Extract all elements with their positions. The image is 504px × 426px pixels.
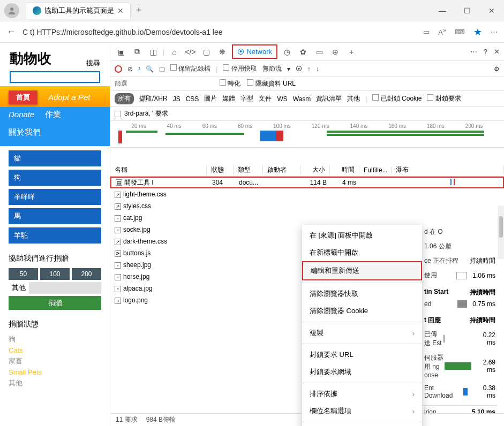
animal-cat[interactable]: 貓 bbox=[9, 150, 101, 166]
nav-adopt[interactable]: Adopt a Pet bbox=[48, 90, 90, 104]
maximize-button[interactable]: ☐ bbox=[455, 0, 479, 21]
close-window-button[interactable]: ✕ bbox=[479, 0, 504, 21]
table-row[interactable]: ▫cat.jpg bbox=[110, 212, 504, 224]
ctx-sort[interactable]: 排序依據› bbox=[302, 385, 422, 402]
filter-img[interactable]: 圖片 bbox=[204, 94, 217, 103]
inspect-icon[interactable]: ▣ bbox=[115, 45, 127, 58]
nav-home[interactable]: 首頁 bbox=[9, 90, 37, 104]
filter-doc[interactable]: 文件 bbox=[259, 94, 272, 103]
network-tab[interactable]: ⦿ Network bbox=[232, 44, 277, 59]
filter-icon[interactable]: ⫱ bbox=[138, 65, 140, 73]
scrollbar[interactable] bbox=[498, 206, 504, 259]
filter-all[interactable]: 所有 bbox=[115, 93, 134, 104]
table-row[interactable]: ↗light-theme.css bbox=[110, 188, 504, 200]
filter-wasm[interactable]: Wasm bbox=[293, 95, 311, 103]
filter-other[interactable]: 其他 bbox=[347, 94, 360, 103]
new-tab-button[interactable]: + bbox=[131, 2, 147, 19]
blocked-cookies-checkbox[interactable] bbox=[372, 94, 379, 101]
ctx-block-domain[interactable]: 封鎖要求網域 bbox=[302, 363, 422, 381]
col-initiator[interactable]: 啟動者 bbox=[263, 165, 300, 174]
col-type[interactable]: 類型 bbox=[234, 165, 263, 174]
nav-about[interactable]: 關於我們 bbox=[9, 125, 101, 140]
profile-avatar[interactable] bbox=[4, 3, 19, 18]
col-size[interactable]: 大小 bbox=[300, 165, 330, 174]
filter-font[interactable]: 字型 bbox=[240, 94, 253, 103]
animal-alpaca[interactable]: 羊駝 bbox=[9, 227, 101, 244]
table-row[interactable]: ↗styles.css bbox=[110, 200, 504, 212]
record-button[interactable] bbox=[115, 65, 122, 73]
settings-icon[interactable]: ⚙ bbox=[494, 65, 500, 73]
col-time[interactable]: 時間 bbox=[330, 165, 359, 174]
favorite-icon[interactable]: ★ bbox=[473, 26, 482, 38]
console-icon[interactable]: ▢ bbox=[200, 45, 213, 58]
animal-horse[interactable]: 馬 bbox=[9, 208, 101, 224]
sources-icon[interactable]: ❋ bbox=[216, 45, 229, 58]
col-fulfilled[interactable]: Fulfille... bbox=[359, 166, 392, 174]
more-tabs-icon[interactable]: + bbox=[345, 45, 358, 58]
ctx-header-opts[interactable]: 欄位名稱選項› bbox=[302, 402, 422, 420]
ctx-open-tab[interactable]: 在新標籤中開啟 bbox=[302, 244, 422, 261]
upload-icon[interactable]: ↑ bbox=[307, 65, 311, 73]
text-size-icon[interactable]: A» bbox=[438, 27, 446, 36]
other-input[interactable] bbox=[29, 282, 101, 294]
url-field[interactable]: C t) HTTPs://microsoftedge.github.io/Dem… bbox=[22, 28, 417, 36]
clear-icon[interactable]: ⊘ bbox=[127, 65, 133, 73]
animal-sheep[interactable]: 羊咩咩 bbox=[9, 189, 101, 205]
throttle-dropdown-icon[interactable]: ▾ bbox=[287, 65, 290, 73]
devtools-close-icon[interactable]: ✕ bbox=[494, 48, 500, 56]
filter-ws[interactable]: WS bbox=[277, 95, 287, 103]
devtools-menu-icon[interactable]: ⋯ bbox=[470, 48, 477, 56]
reader-icon[interactable]: ▭ bbox=[423, 28, 430, 36]
filter-js[interactable]: JS bbox=[173, 95, 180, 103]
minimize-button[interactable]: — bbox=[430, 0, 455, 21]
ctx-copy[interactable]: 複製› bbox=[302, 324, 422, 341]
hide-data-checkbox[interactable] bbox=[247, 79, 253, 86]
elements-icon[interactable]: </> bbox=[184, 45, 197, 58]
filter-media[interactable]: 媒體 bbox=[222, 94, 235, 103]
animal-dog[interactable]: 狗 bbox=[9, 170, 101, 186]
ctx-edit-resend[interactable]: 編輯和重新傳送 bbox=[302, 261, 422, 280]
online-icon[interactable]: ⦿ bbox=[296, 65, 302, 73]
help-icon[interactable]: ? bbox=[484, 48, 487, 56]
ctx-clear-cookie[interactable]: 清除瀏覽器 Cookie bbox=[302, 302, 422, 320]
col-status[interactable]: 狀態 bbox=[207, 165, 234, 174]
performance-icon[interactable]: ◷ bbox=[281, 45, 294, 58]
welcome-icon[interactable]: ⌂ bbox=[168, 45, 180, 58]
ctx-block-url[interactable]: 封鎖要求 URL bbox=[302, 346, 422, 363]
nav-jobs[interactable]: 作業 bbox=[45, 108, 61, 122]
col-waterfall[interactable]: 瀑布 bbox=[392, 165, 504, 174]
third-party-checkbox[interactable] bbox=[115, 111, 121, 117]
translate-icon[interactable]: ⌨ bbox=[455, 28, 465, 36]
filter-manifest[interactable]: 資訊清單 bbox=[316, 94, 342, 103]
col-name[interactable]: 名稱 bbox=[110, 165, 207, 174]
amount-50[interactable]: 50 bbox=[9, 268, 38, 280]
invert-checkbox[interactable] bbox=[220, 79, 226, 86]
filter-fetch[interactable]: 擷取/XHR bbox=[139, 94, 168, 103]
ctx-clear-cache[interactable]: 清除瀏覽器快取 bbox=[302, 285, 422, 302]
dock-icon[interactable]: ◫ bbox=[147, 45, 160, 58]
tab-close-icon[interactable]: ✕ bbox=[117, 6, 124, 15]
amount-100[interactable]: 100 bbox=[40, 268, 70, 280]
filter-css[interactable]: CSS bbox=[186, 95, 199, 103]
preserve-log-checkbox[interactable] bbox=[170, 64, 177, 71]
search-icon[interactable]: 🔍 bbox=[146, 65, 154, 73]
memory-icon[interactable]: ✿ bbox=[297, 45, 310, 58]
disable-cache-checkbox[interactable] bbox=[223, 64, 229, 71]
search-input[interactable] bbox=[10, 71, 100, 83]
back-button[interactable]: ← bbox=[6, 26, 16, 37]
download-icon[interactable]: ↓ bbox=[316, 65, 319, 73]
filter-input[interactable]: 篩選 bbox=[115, 79, 127, 88]
donate-button[interactable]: 捐贈 bbox=[9, 296, 101, 310]
browser-tab[interactable]: 協助工具的示範頁面是 ✕ bbox=[26, 2, 131, 19]
application-icon[interactable]: ▭ bbox=[313, 45, 326, 58]
timeline-overview[interactable]: 20 ms40 ms60 ms80 ms100 ms120 ms140 ms16… bbox=[110, 121, 504, 148]
table-row[interactable]: ▤開發工具 I 304 docu... 114 B 4 ms bbox=[110, 177, 504, 188]
screenshot-icon[interactable]: ▢ bbox=[159, 65, 165, 73]
throttle-select[interactable]: 無節流 bbox=[262, 64, 282, 73]
device-icon[interactable]: ⧉ bbox=[131, 45, 144, 58]
security-icon[interactable]: ⊕ bbox=[329, 45, 342, 58]
blocked-req-checkbox[interactable] bbox=[427, 94, 433, 101]
amount-200[interactable]: 200 bbox=[72, 268, 101, 280]
nav-donate[interactable]: Donate bbox=[9, 108, 34, 122]
more-icon[interactable]: ⋯ bbox=[491, 28, 498, 36]
